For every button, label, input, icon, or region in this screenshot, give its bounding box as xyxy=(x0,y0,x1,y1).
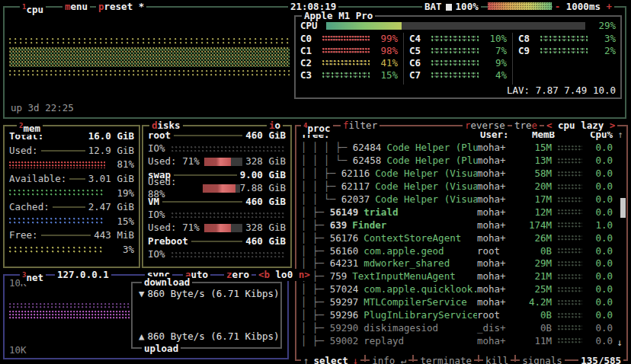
process-row[interactable]: │ ├─ 56176ContextStoreAgentmoha+26M0.0 xyxy=(301,231,623,244)
preset-button[interactable]: preset * xyxy=(96,1,146,13)
process-cpu: 0.0 xyxy=(585,322,613,334)
auto-label: uto xyxy=(191,269,209,280)
interval-minus-button[interactable]: - xyxy=(555,1,561,12)
process-mem: 58M xyxy=(515,168,552,180)
mem-leader-line xyxy=(41,150,85,152)
process-cpu: 0.0 xyxy=(585,168,613,180)
disk-io-graph xyxy=(171,212,286,218)
mem-label: Cached: xyxy=(9,201,50,213)
net-history-graph xyxy=(9,311,130,320)
tab-io[interactable]: io xyxy=(267,120,283,132)
tab-proc[interactable]: 4proc xyxy=(301,120,333,135)
process-pid: 56176 xyxy=(330,232,359,244)
uptime: up 3d 22:25 xyxy=(11,102,74,114)
process-user: moha+ xyxy=(477,283,515,295)
signals-button[interactable]: signals xyxy=(520,355,565,364)
net-scale-bottom: 10K xyxy=(9,344,27,356)
mem-row: Free:443 MiB xyxy=(9,228,134,243)
cpu-panel: 1cpu menu preset * 21:08:19 BAT100% - 10… xyxy=(3,6,626,119)
disk-io-label: IO% xyxy=(148,142,165,155)
tab-mem[interactable]: 2mem xyxy=(17,120,43,135)
process-cpu: 0.0 xyxy=(585,193,613,206)
sort-next-icon[interactable]: > xyxy=(610,120,616,131)
iface-prev-button[interactable]: <b xyxy=(258,269,270,280)
cpu-model: Apple M1 Pro xyxy=(302,10,375,22)
process-cpu: 0.0 xyxy=(585,283,613,295)
tab-net[interactable]: 3net xyxy=(20,269,46,284)
mem-value: 3.01 GiB xyxy=(88,173,134,185)
mem-meter-percent: 3% xyxy=(110,244,134,256)
process-row[interactable]: │ │ ├─ 62117Code Helper (Visua)moha+20M0… xyxy=(301,180,623,193)
process-cpu: 0.0 xyxy=(585,155,613,167)
process-row[interactable]: │ ├─ 59296PlugInLibraryServiceroot0B0.0 xyxy=(301,309,623,322)
scroll-down-icon[interactable]: ↓ xyxy=(617,337,623,349)
process-row[interactable]: │ ├─ 59002replaydmoha+11M0.0 xyxy=(301,334,623,347)
sort-prev-icon[interactable]: < xyxy=(546,120,553,131)
mem-meter-percent: 15% xyxy=(110,216,134,228)
tree-prefix: │ ├─ xyxy=(301,219,330,231)
scrollbar-thumb[interactable] xyxy=(620,198,626,218)
filter-label: ilter xyxy=(349,120,378,131)
upload-text: 860 Byte/s (6.71 Kibps) xyxy=(148,330,280,342)
process-row[interactable]: │ │ │ ├─ 62484Code Helper (Plumoha+15M0.… xyxy=(301,142,623,155)
process-row[interactable]: │ ├─ 57024com.apple.quicklook.Thmoha+25M… xyxy=(301,283,623,296)
disk-leader-line xyxy=(162,201,242,203)
process-row[interactable]: │ ├─ 759TextInputMenuAgentmoha+21M0.0 xyxy=(301,270,623,283)
process-row[interactable]: │ ├─ 64231mdworker_sharedmoha+29M0.0 xyxy=(301,257,623,270)
reverse-button[interactable]: reverse xyxy=(463,120,508,132)
core-row: C315% xyxy=(300,69,398,81)
core-row: C198% xyxy=(300,45,398,57)
process-main: │ ├─ 59002replayd xyxy=(301,335,477,347)
mem-value: 2.47 GiB xyxy=(88,201,134,213)
net-zero-button[interactable]: zero xyxy=(224,269,251,281)
disk-used-value: 7.88 GiB xyxy=(240,182,286,194)
filter-button[interactable]: filter xyxy=(341,120,380,132)
interval-plus-button[interactable]: + xyxy=(606,1,612,12)
process-cpu-graph xyxy=(558,145,582,151)
footer-divider xyxy=(364,355,366,362)
process-mem: 13M xyxy=(515,155,552,167)
process-row[interactable]: │ ├─ 56160com.apple.geodroot0B0.0 xyxy=(301,244,623,257)
process-row[interactable]: │ │ │ └─ 62458Code Helper (Plumoha+13M0.… xyxy=(301,155,623,168)
tree-prefix: │ │ └─ xyxy=(301,193,341,205)
iface-next-button[interactable]: n> xyxy=(299,269,310,280)
core-column: C83%C92% xyxy=(512,33,616,85)
net-interface-switcher[interactable]: <b lo0 n> xyxy=(256,269,312,281)
tree-button[interactable]: tree xyxy=(512,120,540,132)
process-name: Code Helper (Visua) xyxy=(375,168,477,179)
disk-rows: root460 GiBIO%Used: 71%328 GiBswap9.00 G… xyxy=(148,129,286,261)
menu-button[interactable]: menu xyxy=(62,1,90,13)
proc-tab-label: proc xyxy=(307,123,330,134)
select-up-icon[interactable]: ↑ xyxy=(301,355,312,364)
mem-row: Available:3.01 GiB xyxy=(9,172,134,187)
process-row[interactable]: │ ├─ 59290diskimagesiod_dis+0B0.0 xyxy=(301,321,623,334)
tree-prefix: │ │ │ └─ xyxy=(301,155,353,166)
process-row[interactable]: │ │ ├─ 62116Code Helper (Visua)moha+58M0… xyxy=(301,168,623,180)
tree-prefix: │ ├─ xyxy=(301,309,330,321)
process-user: moha+ xyxy=(477,155,515,167)
disk-used-bar-fill xyxy=(204,224,232,232)
process-row[interactable]: │ ├─ 639Findermoha+174M1.0 xyxy=(301,219,623,231)
disk-leader-line xyxy=(191,241,243,242)
process-cpu-graph xyxy=(558,209,582,215)
process-mem: 20M xyxy=(515,180,552,193)
mem-label: Used: xyxy=(9,145,38,157)
kill-button[interactable]: kill xyxy=(483,355,511,364)
mem-row: Used:12.9 GiB xyxy=(9,144,134,158)
tab-disks[interactable]: disks xyxy=(149,120,183,132)
info-button[interactable]: info ↵ xyxy=(370,355,408,364)
terminate-button[interactable]: terminate xyxy=(418,355,474,364)
process-row[interactable]: │ │ └─ 62037Code Helper (Visua)moha+17M0… xyxy=(301,193,623,206)
select-down-icon[interactable]: ↓ xyxy=(351,355,361,364)
process-main: │ │ │ ├─ 62484Code Helper (Plu xyxy=(301,142,477,154)
tab-cpu[interactable]: 1cpu xyxy=(20,1,46,16)
disk-size: 9.00 GiB xyxy=(240,169,286,181)
menu-label: enu xyxy=(71,1,88,12)
core-meter xyxy=(540,36,588,42)
process-row[interactable]: │ ├─ 56149trialdmoha+12M0.0 xyxy=(301,206,623,219)
core-name: C1 xyxy=(300,45,319,57)
process-main: │ ├─ 56160com.apple.geod xyxy=(301,245,477,257)
process-row[interactable]: │ ├─ 59297MTLCompilerServicemoha+4.2M0.0 xyxy=(301,296,623,309)
process-main: │ │ ├─ 62117Code Helper (Visua) xyxy=(301,180,477,193)
process-name: PlugInLibraryService xyxy=(364,309,477,321)
